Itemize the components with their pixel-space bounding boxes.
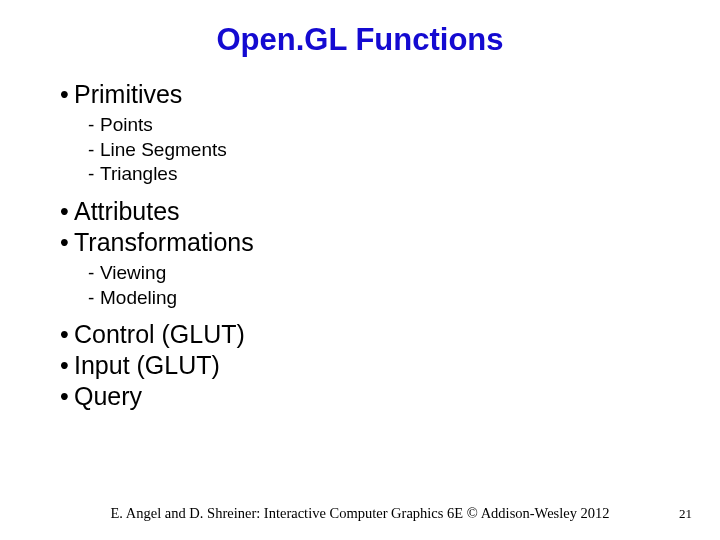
- sub-label: Triangles: [100, 163, 177, 184]
- bullet-icon: •: [60, 320, 74, 349]
- sublist-primitives: -Points -Line Segments -Triangles: [88, 113, 660, 187]
- bullet-label: Input (GLUT): [74, 351, 220, 379]
- dash-icon: -: [88, 113, 100, 138]
- bullet-icon: •: [60, 80, 74, 109]
- sub-label: Points: [100, 114, 153, 135]
- bullet-label: Attributes: [74, 197, 180, 225]
- slide-content: •Primitives -Points -Line Segments -Tria…: [60, 80, 660, 411]
- page-number: 21: [679, 506, 692, 522]
- bullet-icon: •: [60, 351, 74, 380]
- bullet-label: Control (GLUT): [74, 320, 245, 348]
- sub-label: Modeling: [100, 287, 177, 308]
- bullet-label: Query: [74, 382, 142, 410]
- sublist-transformations: -Viewing -Modeling: [88, 261, 660, 310]
- bullet-attributes: •Attributes: [60, 197, 660, 226]
- bullet-transformations: •Transformations: [60, 228, 660, 257]
- sub-points: -Points: [88, 113, 660, 138]
- bullet-icon: •: [60, 228, 74, 257]
- dash-icon: -: [88, 162, 100, 187]
- footer-credit: E. Angel and D. Shreiner: Interactive Co…: [0, 505, 720, 522]
- sub-viewing: -Viewing: [88, 261, 660, 286]
- bullet-icon: •: [60, 197, 74, 226]
- bullet-label: Transformations: [74, 228, 254, 256]
- bullet-control-glut: •Control (GLUT): [60, 320, 660, 349]
- bullet-icon: •: [60, 382, 74, 411]
- bullet-primitives: •Primitives: [60, 80, 660, 109]
- sub-triangles: -Triangles: [88, 162, 660, 187]
- slide-title: Open.GL Functions: [60, 22, 660, 58]
- sub-label: Viewing: [100, 262, 166, 283]
- footer: E. Angel and D. Shreiner: Interactive Co…: [0, 505, 720, 522]
- bullet-query: •Query: [60, 382, 660, 411]
- dash-icon: -: [88, 261, 100, 286]
- dash-icon: -: [88, 138, 100, 163]
- sub-label: Line Segments: [100, 139, 227, 160]
- dash-icon: -: [88, 286, 100, 311]
- sub-line-segments: -Line Segments: [88, 138, 660, 163]
- sub-modeling: -Modeling: [88, 286, 660, 311]
- bullet-input-glut: •Input (GLUT): [60, 351, 660, 380]
- bullet-label: Primitives: [74, 80, 182, 108]
- slide: Open.GL Functions •Primitives -Points -L…: [0, 0, 720, 540]
